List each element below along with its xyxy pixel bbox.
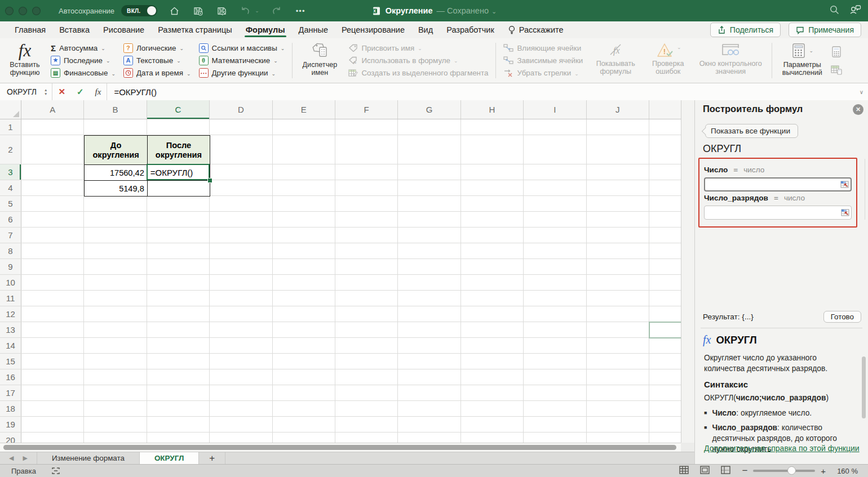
row-header-12[interactable]: 12 — [0, 306, 21, 322]
undo-icon[interactable] — [238, 4, 252, 17]
row-cells[interactable] — [21, 228, 681, 243]
row-header-18[interactable]: 18 — [0, 401, 21, 416]
ribbon-tab-6[interactable]: Рецензирование — [335, 21, 411, 38]
row-cells[interactable] — [21, 401, 681, 416]
ribbon-button-define-name[interactable]: Присвоить имя⌄ — [345, 42, 491, 54]
row-cells[interactable] — [21, 196, 681, 211]
row-cells[interactable] — [21, 243, 681, 258]
column-header-E[interactable]: E — [273, 100, 335, 119]
ribbon-tab-3[interactable]: Разметка страницы — [151, 21, 239, 38]
zoom-out-icon[interactable]: − — [742, 465, 747, 476]
row-header-19[interactable]: 19 — [0, 417, 21, 432]
panel-scrollbar-thumb[interactable] — [862, 356, 866, 418]
row-cells[interactable] — [21, 212, 681, 227]
argument-input-0[interactable] — [704, 177, 852, 191]
select-all-corner[interactable] — [0, 100, 21, 119]
ribbon-button-remove-arrows[interactable]: Убрать стрелки⌄ — [500, 67, 586, 79]
row-header-20[interactable]: 20 — [0, 433, 21, 443]
prev-sheet-icon[interactable]: ◀ — [9, 454, 14, 462]
zoom-slider[interactable]: − + — [742, 465, 826, 476]
cancel-entry-icon[interactable]: ✕ — [58, 87, 65, 97]
ribbon-button-datetime[interactable]: Дата и время⌄ — [120, 67, 194, 79]
ribbon-button-logical[interactable]: ?Логические⌄ — [120, 42, 194, 54]
column-header-F[interactable]: F — [335, 100, 398, 119]
row-header-2[interactable]: 2 — [0, 135, 21, 164]
cell-C4[interactable] — [147, 181, 210, 197]
row-cells[interactable] — [21, 417, 681, 432]
ribbon-button-use-in-formula[interactable]: fxИспользовать в формуле⌄ — [345, 54, 491, 66]
ribbon-button-more-functions[interactable]: ⋯Другие функции⌄ — [196, 67, 289, 79]
zoom-window-button[interactable] — [32, 7, 41, 15]
row-header-5[interactable]: 5 — [0, 196, 21, 211]
row-header-1[interactable]: 1 — [0, 119, 21, 135]
page-break-view-icon[interactable] — [721, 466, 730, 476]
ribbon-button-financial[interactable]: ▤Финансовые⌄ — [47, 67, 119, 79]
row-header-4[interactable]: 4 — [0, 180, 21, 195]
row-cells[interactable] — [21, 275, 681, 290]
column-header-H[interactable]: H — [461, 100, 524, 119]
row-header-8[interactable]: 8 — [0, 243, 21, 258]
ribbon-button-autosum[interactable]: ΣАвтосумма⌄ — [47, 42, 119, 54]
confirm-entry-icon[interactable]: ✓ — [77, 87, 84, 97]
cell-B2[interactable]: До округления — [85, 136, 147, 165]
name-box[interactable]: ОКРУГЛ — [0, 87, 44, 96]
ribbon-button-trace-dependents[interactable]: Зависимые ячейки — [500, 54, 586, 66]
horizontal-scrollbar-thumb[interactable] — [3, 445, 676, 450]
cell-B3[interactable]: 17560,42 — [85, 165, 147, 181]
row-header-16[interactable]: 16 — [0, 369, 21, 385]
row-header-6[interactable]: 6 — [0, 212, 21, 227]
range-picker-icon[interactable] — [841, 209, 849, 216]
close-window-button[interactable] — [5, 7, 14, 15]
row-cells[interactable] — [21, 119, 681, 135]
row-header-15[interactable]: 15 — [0, 354, 21, 369]
column-header-I[interactable]: I — [524, 100, 586, 119]
column-header-B[interactable]: B — [84, 100, 147, 119]
fill-handle[interactable] — [207, 178, 212, 183]
calculate-now-icon[interactable] — [830, 46, 843, 58]
show-formulas-button[interactable]: fx Показывать формулы — [587, 38, 644, 83]
ribbon-tab-4[interactable]: Формулы — [239, 21, 292, 38]
row-cells[interactable] — [21, 385, 681, 400]
sheet-tab-1[interactable]: ОКРУГЛ — [140, 452, 199, 464]
ribbon-tab-1[interactable]: Вставка — [52, 21, 96, 38]
ribbon-tab-9[interactable]: Расскажите — [501, 21, 570, 38]
formula-input[interactable]: =ОКРУГЛ() — [114, 87, 156, 97]
name-box-stepper[interactable]: ▲▼ — [44, 88, 47, 96]
zoom-slider-thumb[interactable] — [787, 466, 796, 475]
row-cells[interactable] — [21, 369, 681, 385]
ribbon-tab-7[interactable]: Вид — [411, 21, 440, 38]
comments-button[interactable]: Примечания — [789, 23, 861, 37]
name-manager-button[interactable]: Диспетчер имен — [295, 38, 344, 83]
row-header-11[interactable]: 11 — [0, 291, 21, 306]
column-header-J[interactable]: J — [587, 100, 649, 119]
error-checking-button[interactable]: !⌄ Проверка ошибок — [644, 38, 692, 83]
spreadsheet-grid[interactable]: ABCDEFGHIJ 12345678910111213141516171819… — [0, 100, 681, 443]
share-presence-icon[interactable] — [849, 4, 861, 17]
ribbon-tab-8[interactable]: Разработчик — [440, 21, 501, 38]
save-as-icon[interactable] — [215, 4, 228, 17]
add-sheet-button[interactable]: + — [199, 452, 225, 464]
calculate-sheet-icon[interactable] — [830, 64, 843, 75]
minimize-window-button[interactable] — [19, 7, 27, 15]
redo-icon[interactable] — [270, 4, 284, 17]
page-layout-view-icon[interactable] — [700, 466, 710, 476]
ribbon-tab-0[interactable]: Главная — [8, 21, 52, 38]
row-header-3[interactable]: 3 — [0, 164, 21, 180]
row-header-13[interactable]: 13 — [0, 322, 21, 337]
close-panel-icon[interactable]: ✕ — [853, 104, 863, 115]
normal-view-icon[interactable] — [679, 466, 689, 476]
function-help-link[interactable]: Дополнительная справка по этой функции — [704, 444, 860, 453]
insert-function-button[interactable]: fx Вставить функцию — [3, 38, 46, 83]
save-icon[interactable] — [191, 4, 205, 17]
row-cells[interactable] — [21, 306, 681, 322]
undo-dropdown-icon[interactable]: ⌄ — [254, 4, 260, 17]
row-cells[interactable] — [21, 354, 681, 369]
row-header-10[interactable]: 10 — [0, 275, 21, 290]
row-cells[interactable] — [21, 259, 681, 274]
ribbon-button-trace-precedents[interactable]: Влияющие ячейки — [500, 42, 586, 54]
row-header-17[interactable]: 17 — [0, 385, 21, 400]
cell-B4[interactable]: 5149,8 — [85, 181, 147, 197]
next-sheet-icon[interactable]: ▶ — [23, 454, 27, 462]
column-header-D[interactable]: D — [210, 100, 272, 119]
row-cells[interactable] — [21, 433, 681, 443]
